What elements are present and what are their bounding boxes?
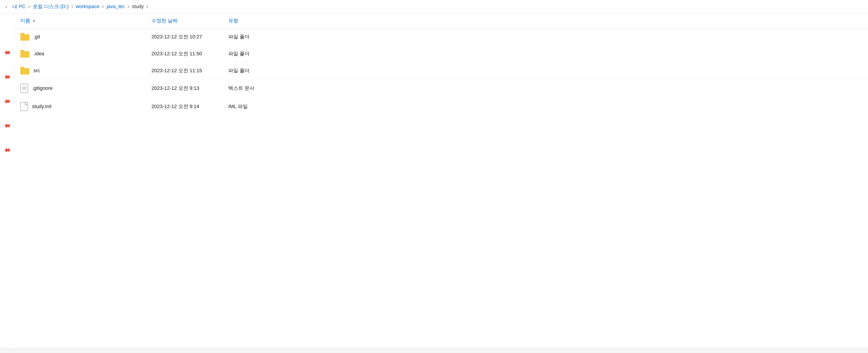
pin-icon-2[interactable]: 📌: [2, 72, 11, 81]
pin-icon-1[interactable]: 📌: [2, 48, 11, 57]
status-bar: [0, 348, 868, 353]
back-arrow[interactable]: ›: [5, 4, 7, 9]
folder-icon: [20, 50, 29, 58]
folder-icon: [20, 33, 29, 41]
file-type-cell: 텍스트 문서: [228, 85, 868, 92]
file-rows: .git 2023-12-12 오전 10:27 파일 폴더 .idea 202…: [13, 29, 868, 116]
table-row[interactable]: src 2023-12-12 오전 11:15 파일 폴더: [13, 62, 868, 79]
content-area: 📌 📌 📌 📌 📌 이름 ∧ 수정한 날짜 유형 .git: [0, 13, 868, 348]
col-name-label: 이름: [20, 17, 30, 24]
breadcrumb-workspace[interactable]: workspace: [76, 4, 99, 9]
file-name-cell: .gitignore: [20, 84, 151, 93]
file-name-text: src: [33, 68, 40, 74]
sort-arrow-icon: ∧: [33, 18, 35, 23]
sep-1: ›: [28, 4, 30, 9]
pin-icon-4[interactable]: 📌: [2, 121, 11, 130]
file-name-text: .idea: [33, 51, 44, 57]
sep-4: ›: [127, 4, 129, 9]
column-headers: 이름 ∧ 수정한 날짜 유형: [13, 13, 868, 29]
file-type-cell: 파일 폴더: [228, 33, 868, 40]
file-plain-icon: [20, 102, 28, 111]
breadcrumb-java-lec[interactable]: java_lec: [106, 4, 125, 9]
file-modified-cell: 2023-12-12 오전 11:50: [151, 50, 228, 57]
file-modified-cell: 2023-12-12 오전 11:15: [151, 67, 228, 74]
file-modified-cell: 2023-12-12 오전 10:27: [151, 33, 228, 40]
folder-icon: [20, 67, 29, 74]
sep-3: ›: [102, 4, 104, 9]
breadcrumb-local-disk[interactable]: 로컬 디스크 (D:): [33, 3, 69, 10]
table-row[interactable]: .gitignore 2023-12-12 오전 9:13 텍스트 문서: [13, 79, 868, 98]
file-name-cell: .idea: [20, 50, 151, 58]
col-type-header[interactable]: 유형: [228, 17, 868, 24]
breadcrumb-study[interactable]: study: [132, 4, 144, 9]
file-lines-icon: [20, 84, 28, 93]
file-type-cell: 파일 폴더: [228, 67, 868, 74]
file-name-cell: .git: [20, 33, 151, 41]
pin-icon-3[interactable]: 📌: [2, 97, 11, 106]
sep-5: ›: [147, 4, 148, 9]
col-name-header[interactable]: 이름 ∧: [20, 17, 151, 24]
file-name-cell: src: [20, 67, 151, 74]
windows-explorer-window: › 내 PC › 로컬 디스크 (D:) › workspace › java_…: [0, 0, 868, 353]
table-row[interactable]: .idea 2023-12-12 오전 11:50 파일 폴더: [13, 45, 868, 62]
file-type-cell: 파일 폴더: [228, 50, 868, 57]
file-modified-cell: 2023-12-12 오전 9:13: [151, 85, 228, 92]
file-name-text: study.iml: [32, 104, 51, 109]
file-modified-cell: 2023-12-12 오전 9:14: [151, 103, 228, 110]
pin-icon-5[interactable]: 📌: [2, 145, 11, 154]
file-name-cell: study.iml: [20, 102, 151, 111]
file-name-text: .git: [33, 34, 40, 40]
sep-2: ›: [71, 4, 73, 9]
table-row[interactable]: study.iml 2023-12-12 오전 9:14 IML 파일: [13, 98, 868, 116]
file-type-cell: IML 파일: [228, 103, 868, 110]
file-name-text: .gitignore: [32, 85, 53, 91]
col-modified-header[interactable]: 수정한 날짜: [151, 17, 228, 24]
file-list-container: 이름 ∧ 수정한 날짜 유형 .git 2023-12-12 오전 10:27 …: [13, 13, 868, 348]
breadcrumb-my-pc[interactable]: 내 PC: [12, 3, 26, 10]
table-row[interactable]: .git 2023-12-12 오전 10:27 파일 폴더: [13, 29, 868, 45]
sidebar: 📌 📌 📌 📌 📌: [0, 13, 13, 348]
breadcrumb-bar: › 내 PC › 로컬 디스크 (D:) › workspace › java_…: [0, 0, 868, 13]
